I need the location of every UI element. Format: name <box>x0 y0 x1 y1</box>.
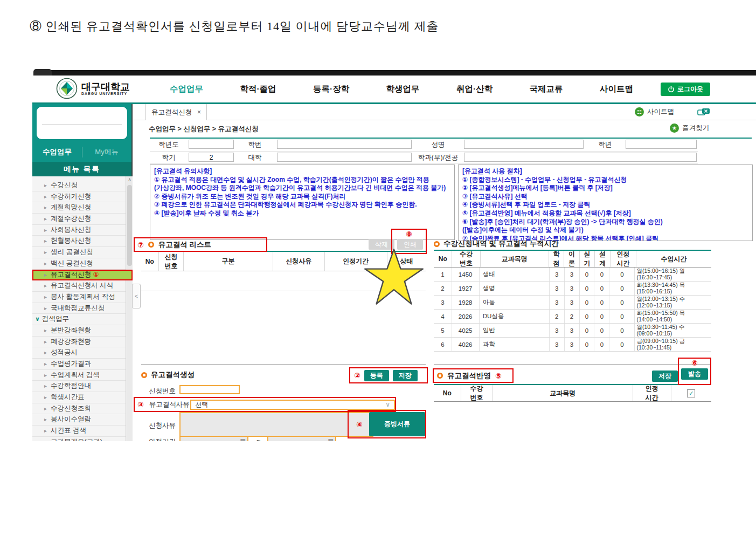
calendar-icon[interactable]: ▦ <box>240 437 246 441</box>
sidebar-item-label: 시간표 검색 <box>51 427 86 434</box>
year-input[interactable] <box>189 140 234 149</box>
main-nav-item[interactable]: 취업·산학 <box>456 84 493 95</box>
sidebar-menu-item[interactable]: 교과목개요(교과) <box>32 437 133 441</box>
grade-input[interactable] <box>626 140 697 149</box>
course-name: 일반 <box>480 324 550 337</box>
sidebar-menu-item[interactable]: 성적공시 <box>32 347 133 359</box>
name-label: 성명 <box>413 139 463 151</box>
sidebar-menu-item[interactable]: 시간표 검색 <box>32 426 133 437</box>
create-section-header: 유고결석생성 <box>141 370 195 380</box>
annotation-step-4: ④ <box>356 420 363 429</box>
create-section-title: 유고결석생성 <box>151 370 195 380</box>
main-nav-item[interactable]: 국제교류 <box>530 84 563 95</box>
sidebar-menu-item[interactable]: 수업평가결과 <box>32 359 133 370</box>
close-all-windows-icon[interactable] <box>697 108 710 119</box>
courses-table: No수강 번호교과목명학 점이 론실 기설 계인정 시간수업시간 1 1450 … <box>434 250 711 352</box>
sitemap-label: 사이트맵 <box>647 107 674 116</box>
student-id-input[interactable] <box>277 140 412 149</box>
content-area: 유고결석신청 × ☷ 사이트맵 수업업무 > 신청업무 > 유고결석신청 ★ <box>134 104 756 441</box>
sidebar-menu-item[interactable]: 유고결석신청① <box>32 270 133 281</box>
sidebar-item-label: 생리 공결신청 <box>51 248 93 256</box>
sidebar-tab-mymenu[interactable]: My메뉴 <box>82 147 131 157</box>
save-button[interactable]: 저장 <box>393 370 418 381</box>
course-recognized-hours: 0 <box>609 338 635 351</box>
select-all-column: ✓ <box>671 385 711 401</box>
sidebar-menu-item[interactable]: 봉사이수열람 <box>32 414 133 426</box>
university-logo[interactable]: 대구대학교 DAEGU UNIVERSITY <box>56 78 130 99</box>
term-input[interactable] <box>189 153 234 162</box>
main-nav-item[interactable]: 학적·졸업 <box>240 84 276 95</box>
sidebar-menu-item[interactable]: 계절희망신청 <box>32 202 133 214</box>
course-no: 6 <box>434 338 452 351</box>
course-name: 아동 <box>480 296 550 309</box>
sidebar-menu-item[interactable]: 생리 공결신청 <box>32 247 133 258</box>
main-nav-item[interactable]: 학생업무 <box>386 84 420 95</box>
sidebar-collapse-handle[interactable]: < <box>132 284 141 308</box>
course-recognized-hours: 0 <box>609 310 635 323</box>
register-button[interactable]: 등록 <box>364 370 389 381</box>
sidebar-menu-item[interactable]: 수강신청 <box>32 180 133 191</box>
column-header: 설 계 <box>595 251 611 267</box>
course-time: 금(09:00~10:15) 금(10:30~11:45) <box>635 338 711 351</box>
column-header: 학 점 <box>549 251 565 267</box>
column-header: 교과목명 <box>493 385 633 401</box>
request-no-input[interactable] <box>179 385 240 394</box>
period-label: 인정기간 <box>149 437 176 441</box>
sidebar-menu-item[interactable]: 헌혈봉사신청 <box>32 236 133 247</box>
main-nav-item[interactable]: 사이트맵 <box>600 84 633 95</box>
evidence-docs-button[interactable]: 증빙서류 <box>369 412 425 436</box>
reason-select[interactable]: 선택 ∨ <box>190 400 395 410</box>
detail-textarea[interactable] <box>179 412 373 437</box>
course-credit: 3 <box>550 324 565 337</box>
course-credit: 3 <box>550 338 565 351</box>
annotation-box-4: ④ 증빙서류 <box>348 410 426 438</box>
name-input[interactable] <box>464 140 584 149</box>
scroll-up-arrow[interactable]: ∧ <box>126 176 133 183</box>
year-label: 학년도 <box>150 139 188 151</box>
sidebar-menu-item[interactable]: 학생시간표 <box>32 392 133 403</box>
chevron-down-icon: ∨ <box>385 401 390 408</box>
sidebar-menu-item[interactable]: 사회봉사신청 <box>32 225 133 236</box>
dept-input[interactable] <box>464 153 697 162</box>
sidebar-menu-item[interactable]: 수업계획서 검색 <box>32 370 133 381</box>
course-code: 1450 <box>452 268 480 281</box>
sidebar-menu-item[interactable]: 수강허가신청 <box>32 191 133 203</box>
favorite-link[interactable]: ★ 즐겨찾기 <box>670 124 709 133</box>
scrollbar-thumb[interactable] <box>127 185 132 266</box>
sidebar-item-label: 계절희망신청 <box>51 203 91 211</box>
main-nav-item[interactable]: 수업업무 <box>170 84 203 95</box>
page-tab-active[interactable]: 유고결석신청 × <box>145 104 207 120</box>
delete-button[interactable]: 삭제 <box>369 239 394 250</box>
sidebar-menu-item[interactable]: 분반강좌현황 <box>32 325 133 337</box>
tab-close-icon[interactable]: × <box>197 108 201 116</box>
sidebar-menu-item[interactable]: 국내학점교류신청 <box>32 303 133 314</box>
sidebar-menu-item[interactable]: 검색업무 <box>32 314 133 325</box>
select-all-checkbox[interactable]: ✓ <box>687 389 695 397</box>
course-no: 4 <box>434 310 452 323</box>
logout-button[interactable]: 로그아웃 <box>661 83 710 96</box>
sidebar-scrollbar[interactable]: ∧ <box>126 176 133 441</box>
sidebar-tab-classwork[interactable]: 수업업무 <box>32 147 82 157</box>
sidebar-menu-item[interactable]: 수강신청조회 <box>32 403 133 415</box>
period-start-input[interactable]: ▦ <box>179 436 248 441</box>
main-nav-item[interactable]: 등록·장학 <box>313 84 349 95</box>
logo-subtitle: DAEGU UNIVERSITY <box>81 92 130 95</box>
sitemap-link[interactable]: ☷ 사이트맵 <box>635 107 674 116</box>
notice-cautions-title: [유고결석 유의사항] <box>154 167 450 176</box>
sidebar-menu-item[interactable]: 봉사 활동계획서 작성 <box>32 292 133 303</box>
sidebar-menu-item[interactable]: 수강학점안내 <box>32 381 133 392</box>
reflect-save-button[interactable]: 저장 <box>652 371 678 382</box>
sidebar-menu-item[interactable]: 백신 공결신청 <box>32 258 133 270</box>
sidebar-menu-item[interactable]: 유고결석신청서 서식 <box>32 280 133 292</box>
period-end-input[interactable]: ▦ <box>267 436 336 441</box>
calendar-icon[interactable]: ▦ <box>328 437 334 441</box>
course-recognized-hours: 0 <box>609 282 635 295</box>
sidebar: 수업업무 My메뉴 메뉴 목록 수강신청 수강허가신청 계절희망신청 <box>32 104 133 441</box>
breadcrumb-row: 수업업무 > 신청업무 > 유고결석신청 ★ 즐겨찾기 <box>134 120 756 138</box>
college-input[interactable] <box>277 153 412 162</box>
sidebar-menu-item[interactable]: 계절수강신청 <box>32 214 133 225</box>
course-time: 화(13:30~14:45) 목(15:00~16:15) <box>635 282 711 295</box>
card-divider <box>42 124 122 125</box>
send-button[interactable]: 발송 <box>681 368 708 380</box>
sidebar-menu-item[interactable]: 폐강강좌현황 <box>32 337 133 348</box>
